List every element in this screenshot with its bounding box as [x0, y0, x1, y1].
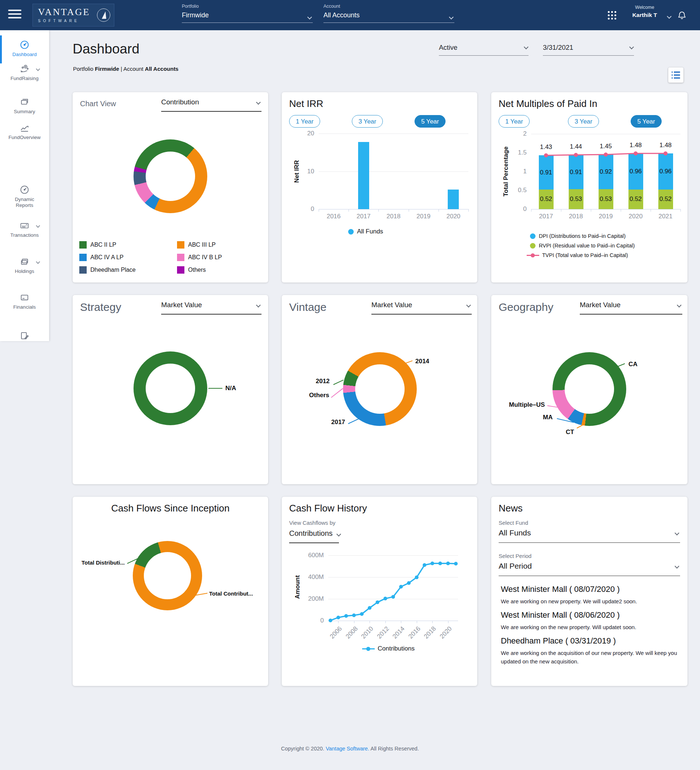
financials-card-icon	[19, 293, 29, 302]
footer-text: All Rights Reserved.	[369, 746, 419, 752]
geography-donut-chart[interactable]	[553, 352, 626, 426]
axis-tick	[621, 209, 621, 212]
apps-grid-icon[interactable]	[608, 11, 618, 21]
legend-label: Dheedham Place	[91, 267, 136, 273]
cashflows-by-select[interactable]: Contributions	[289, 529, 339, 543]
vintage-card: Vintage Market Value 2014 2012 Others 20…	[282, 295, 477, 484]
legend-line-dot	[362, 648, 375, 649]
axis-tick	[318, 209, 319, 212]
sidebar-item-financials[interactable]: Financials	[0, 293, 49, 310]
notifications-bell-icon[interactable]	[677, 10, 687, 22]
y-tick-label: 20	[300, 130, 314, 137]
news-item-heading: Dheedham Place ( 03/31/2019 )	[501, 636, 616, 646]
chevron-down-icon[interactable]	[36, 223, 40, 228]
tvpi-value-label: 1.44	[565, 143, 587, 150]
select-fund-value: All Funds	[499, 529, 680, 543]
y-tick-label: 1	[511, 168, 527, 175]
gridline	[318, 171, 469, 172]
footer-text: Copyright © 2020.	[281, 746, 326, 752]
5-year-button[interactable]: 5 Year	[415, 115, 446, 128]
strategy-donut-chart[interactable]	[134, 351, 207, 425]
account-select[interactable]: Account All Accounts	[323, 4, 454, 23]
net-multiples-card: Net Multiples of Paid In 1 Year 3 Year 5…	[491, 92, 687, 283]
dpi-value-label: 0.96	[655, 168, 677, 175]
news-card: News Select Fund All Funds Select Period…	[491, 497, 687, 686]
axis-tick	[349, 209, 349, 212]
hamburger-menu-icon[interactable]	[8, 10, 22, 21]
1-year-button[interactable]: 1 Year	[289, 115, 320, 128]
axis-tick	[409, 209, 409, 212]
news-item-heading: West Minister Mall ( 08/07/2020 )	[501, 584, 619, 594]
3-year-button[interactable]: 3 Year	[352, 115, 383, 128]
date-filter-select[interactable]: 3/31/2021	[543, 44, 634, 56]
chevron-down-icon[interactable]	[36, 67, 40, 71]
sidebar-item-transactions[interactable]: Transactions	[0, 220, 49, 238]
user-menu[interactable]: Welcome Karthik T	[624, 5, 665, 18]
chevron-down-icon[interactable]	[667, 14, 672, 19]
page-title: Dashboard	[73, 41, 139, 57]
geography-select[interactable]: Market Value	[580, 301, 682, 315]
axis-tick	[561, 209, 561, 212]
legend-swatch	[79, 266, 87, 273]
5-year-button[interactable]: 5 Year	[630, 115, 662, 128]
select-period-value: All Period	[499, 561, 680, 576]
x-tick-label: 2010	[355, 625, 375, 646]
x-tick-label: 2008	[339, 625, 359, 646]
status-filter-select[interactable]: Active	[439, 44, 529, 56]
sidebar-item-dynamic-reports[interactable]: Dynamic Reports	[0, 185, 49, 209]
select-period-label: Select Period	[499, 553, 532, 559]
chart-view-card: Chart View Contribution ABC II LP ABC II…	[73, 92, 268, 283]
tvpi-value-label: 1.43	[535, 144, 557, 151]
sidebar-item-label: Holdings	[0, 269, 49, 274]
chevron-down-icon[interactable]	[36, 260, 40, 264]
legend-swatch	[79, 254, 87, 261]
date-filter-value: 3/31/2021	[543, 44, 634, 52]
label-leader-line	[209, 388, 222, 389]
geography-card: Geography Market Value CA Multiple–US MA…	[491, 295, 687, 484]
dpi-value-label: 0.91	[535, 169, 557, 176]
axis-tick	[338, 621, 339, 623]
vintage-select[interactable]: Market Value	[372, 301, 472, 315]
3-year-button[interactable]: 3 Year	[568, 115, 599, 128]
x-tick-label: 2018	[561, 213, 591, 220]
dashboard-gauge-icon	[19, 40, 29, 50]
slice-label-ct: CT	[566, 429, 574, 436]
chart-view-select[interactable]: Contribution	[161, 98, 262, 112]
cashflows-donut-chart[interactable]	[133, 541, 202, 610]
list-view-button[interactable]	[668, 68, 684, 82]
net-multiples-stacked-chart[interactable]: 00.511.5220170.520.911.4320180.530.911.4…	[531, 134, 681, 209]
sidebar-item-fundraising[interactable]: FundRaising	[0, 64, 49, 81]
footer-link[interactable]: Vantage Software.	[326, 746, 369, 752]
axis-tick	[651, 209, 651, 212]
legend-label: All Funds	[357, 228, 383, 235]
contribution-donut-chart[interactable]	[134, 139, 207, 213]
y-tick-label: 400M	[307, 573, 324, 581]
cashflow-history-line-chart[interactable]: 0200M400M600M200620082010201220142016201…	[328, 554, 458, 621]
portfolio-select[interactable]: Portfolio Firmwide	[182, 4, 313, 23]
sidebar-item-fundoverview[interactable]: FundOverview	[0, 123, 49, 141]
legend-label: RVPI (Residual value to Paid–in Capital)	[539, 243, 635, 249]
y-axis-title: Total Percentage	[502, 142, 510, 201]
select-fund-dropdown[interactable]: All Funds	[499, 529, 680, 543]
news-item-body: We are working on new property. We will …	[501, 597, 682, 605]
card-title: Strategy	[80, 301, 121, 314]
strategy-select[interactable]: Market Value	[161, 301, 262, 315]
sidebar-item-dashboard[interactable]: Dashboard	[0, 40, 49, 58]
card-title: Net IRR	[289, 98, 323, 110]
rvpi-value-label: 0.53	[565, 196, 587, 203]
1-year-button[interactable]: 1 Year	[499, 115, 530, 128]
slice-label-multiple-us: Multiple–US	[509, 401, 545, 409]
axis-tick	[432, 621, 433, 623]
slice-label-ma: MA	[543, 414, 553, 421]
chart-legend-rvpi: RVPI (Residual value to Paid–in Capital)	[530, 243, 635, 249]
rvpi-value-label: 0.52	[535, 196, 557, 203]
sidebar-item-documents[interactable]	[0, 331, 49, 341]
account-value: All Accounts	[323, 11, 454, 19]
dpi-value-label: 0.92	[595, 168, 617, 176]
sidebar-item-holdings[interactable]: Holdings	[0, 257, 49, 274]
select-period-dropdown[interactable]: All Period	[499, 561, 680, 576]
legend-line-dot	[527, 255, 539, 256]
label-leader-line	[196, 593, 208, 595]
sidebar-item-summary[interactable]: Summary	[0, 97, 49, 115]
net-irr-bar-chart[interactable]: 0102020162017201820192020Net IRR	[318, 134, 469, 209]
